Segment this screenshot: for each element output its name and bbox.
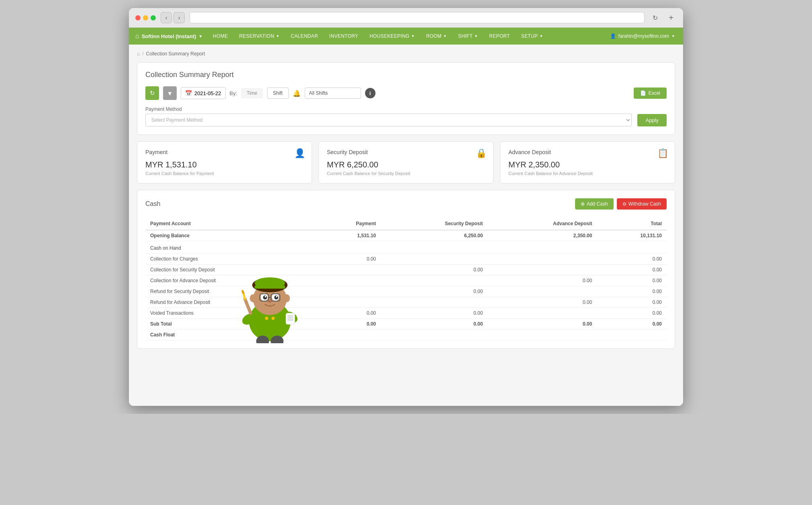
maximize-button[interactable] [151,15,156,20]
nav-home[interactable]: HOME [207,28,233,45]
cash-title: Cash [145,200,160,208]
nav-room[interactable]: ROOM ▼ [420,28,453,45]
security-cell [381,241,488,254]
info-icon[interactable]: i [365,88,375,98]
home-icon: ⌂ [135,33,139,40]
nav-report[interactable]: REPORT [484,28,516,45]
col-account: Payment Account [145,218,314,230]
shift-button[interactable]: Shift [267,88,289,99]
col-security: Security Deposit [381,218,488,230]
username: farahin@mysoftinn.com [618,33,669,39]
total-cell: 0.00 [597,297,667,308]
new-tab-button[interactable]: + [665,12,677,23]
payment-method-label: Payment Method [145,106,632,112]
security-cell [381,330,488,340]
account-cell[interactable]: Collection for Advance Deposit [145,275,314,286]
breadcrumb: ⌂ / Collection Summary Report [137,51,675,57]
nav-inventory[interactable]: INVENTORY [324,28,364,45]
cash-card: Cash ⊕ Add Cash ⊖ Withdraw Cash [137,190,675,349]
breadcrumb-current: Collection Summary Report [146,51,205,57]
nav-calendar[interactable]: CALENDAR [285,28,324,45]
chevron-down-icon: ▼ [411,34,415,38]
advance-card-title: Advance Deposit [508,149,667,155]
payment-cell: 0.00 [314,254,381,265]
refresh-button[interactable]: ↻ [145,86,159,100]
total-cell: 0.00 [597,265,667,275]
payment-icon: 👤 [294,148,305,159]
payment-cell [314,265,381,275]
payment-method-group: Payment Method Select Payment Method [145,106,632,126]
close-button[interactable] [135,15,141,20]
filter-button[interactable]: ▼ [163,86,177,100]
payment-card-value: MYR 1,531.10 [145,160,304,169]
apply-button[interactable]: Apply [637,114,667,126]
back-button[interactable]: ‹ [161,12,172,23]
advance-cell [488,286,597,297]
chevron-down-icon: ▼ [276,34,280,38]
nav-setup[interactable]: SETUP ▼ [516,28,549,45]
security-cell [381,297,488,308]
total-cell [597,241,667,254]
table-row: Cash on Hand [145,241,667,254]
table-row: Cash Float [145,330,667,340]
breadcrumb-home[interactable]: ⌂ [137,51,140,57]
summary-cards: 👤 Payment MYR 1,531.10 Current Cash Bala… [137,141,675,183]
account-cell: Cash on Hand [145,241,314,254]
browser-window: ‹ › ↻ + ⌂ Softinn Hotel (Instant) ▼ HOME… [129,8,683,406]
nav-shift[interactable]: SHIFT ▼ [453,28,484,45]
account-cell[interactable]: Refund for Advance Deposit [145,297,314,308]
security-card-title: Security Deposit [327,149,485,155]
account-cell[interactable]: Voided Transactions [145,308,314,319]
nav-items: HOME RESERVATION ▼ CALENDAR INVENTORY HO… [207,28,549,45]
user-menu[interactable]: 👤 farahin@mysoftinn.com ▼ [607,33,678,39]
cash-header: Cash ⊕ Add Cash ⊖ Withdraw Cash [145,198,667,210]
col-advance: Advance Deposit [488,218,597,230]
brand-name: Softinn Hotel (Instant) [142,33,196,39]
table-row: Refund for Security Deposit0.000.00 [145,286,667,297]
date-picker[interactable]: 📅 2021-05-22 [181,87,226,99]
payment-method-select[interactable]: Select Payment Method [145,114,632,126]
excel-button[interactable]: 📄 Excel [634,88,667,99]
withdraw-cash-button[interactable]: ⊖ Withdraw Cash [617,198,667,210]
table-header-row: Payment Account Payment Security Deposit… [145,218,667,230]
account-cell[interactable]: Collection for Security Deposit [145,265,314,275]
payment-cell [314,330,381,340]
nav-reservation[interactable]: RESERVATION ▼ [234,28,286,45]
total-cell: 0.00 [597,308,667,319]
total-cell: 0.00 [597,319,667,330]
cash-table: Payment Account Payment Security Deposit… [145,218,667,340]
chevron-down-icon: ▼ [539,34,543,38]
brand-logo[interactable]: ⌂ Softinn Hotel (Instant) ▼ [134,33,207,40]
bell-icon[interactable]: 🔔 [293,90,301,97]
time-button[interactable]: Time [241,88,263,98]
table-row: Refund for Advance Deposit0.000.00 [145,297,667,308]
table-row: Sub Total0.000.000.000.00 [145,319,667,330]
advance-deposit-card: 📋 Advance Deposit MYR 2,350.00 Current C… [500,141,675,183]
shifts-select[interactable]: All Shifts [305,88,361,99]
refresh-button[interactable]: ↻ [649,12,661,23]
table-row: Collection for Security Deposit0.000.00 [145,265,667,275]
security-cell [381,275,488,286]
security-cell: 0.00 [381,308,488,319]
chevron-down-icon: ▼ [443,34,447,38]
minimize-button[interactable] [143,15,148,20]
forward-button[interactable]: › [173,12,185,23]
brand-dropdown-icon: ▼ [198,34,202,39]
col-payment: Payment [314,218,381,230]
account-cell: Cash Float [145,330,314,340]
table-row: Opening Balance1,531.106,250.002,350.001… [145,230,667,241]
user-dropdown-icon: ▼ [671,34,675,38]
account-cell: Sub Total [145,319,314,330]
traffic-lights [135,15,156,20]
nav-housekeeping[interactable]: HOUSEKEEPING ▼ [364,28,420,45]
add-cash-button[interactable]: ⊕ Add Cash [575,198,614,210]
payment-method-row: Payment Method Select Payment Method App… [145,106,667,126]
payment-card-title: Payment [145,149,304,155]
advance-cell: 0.00 [488,319,597,330]
report-filter-card: Collection Summary Report ↻ ▼ 📅 2021-05-… [137,62,675,135]
advance-icon: 📋 [657,148,668,159]
nav-buttons: ‹ › [161,12,185,23]
address-bar[interactable] [190,12,645,23]
account-cell[interactable]: Refund for Security Deposit [145,286,314,297]
account-cell[interactable]: Collection for Charges [145,254,314,265]
